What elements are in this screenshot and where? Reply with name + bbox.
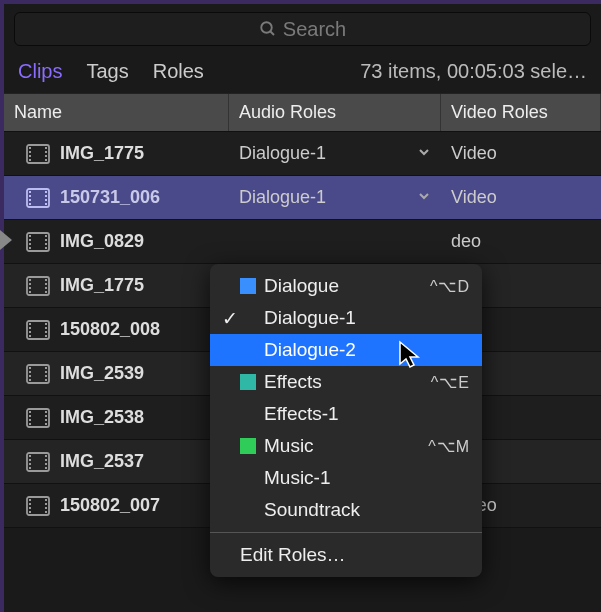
dropdown-item-label: Effects-1	[264, 403, 470, 425]
svg-rect-70	[45, 455, 47, 457]
audio-role-cell[interactable]: Dialogue-1	[229, 176, 441, 219]
clip-icon	[26, 451, 50, 473]
svg-rect-37	[45, 291, 47, 293]
svg-rect-5	[29, 155, 31, 157]
audio-role-value: Dialogue-1	[239, 143, 326, 164]
audio-role-value: Dialogue-1	[239, 187, 326, 208]
svg-rect-8	[45, 151, 47, 153]
dropdown-item-label: Dialogue-2	[264, 339, 470, 361]
svg-rect-61	[45, 411, 47, 413]
video-role-value: Video	[451, 143, 497, 164]
column-header-video-roles[interactable]: Video Roles	[441, 94, 601, 131]
clip-name: IMG_2539	[60, 363, 144, 384]
svg-rect-76	[29, 503, 31, 505]
dropdown-item-label: Dialogue-1	[264, 307, 470, 329]
svg-rect-13	[29, 195, 31, 197]
edit-roles-item[interactable]: Edit Roles…	[210, 539, 482, 571]
video-role-cell[interactable]: Video	[441, 132, 601, 175]
audio-role-cell[interactable]	[229, 220, 441, 263]
clip-icon	[26, 231, 50, 253]
tab-clips[interactable]: Clips	[18, 60, 62, 83]
svg-rect-72	[45, 463, 47, 465]
dropdown-item[interactable]: Dialogue-2	[210, 334, 482, 366]
svg-rect-14	[29, 199, 31, 201]
video-role-cell[interactable]: Video	[441, 176, 601, 219]
chevron-down-icon	[417, 145, 431, 159]
svg-rect-27	[45, 243, 47, 245]
dropdown-item-label: Soundtrack	[264, 499, 470, 521]
svg-rect-9	[45, 155, 47, 157]
playhead-marker	[2, 230, 12, 250]
svg-rect-73	[45, 467, 47, 469]
svg-rect-6	[29, 159, 31, 161]
dropdown-item[interactable]: Effects^⌥E	[210, 366, 482, 398]
svg-rect-32	[29, 287, 31, 289]
table-row[interactable]: IMG_1775Dialogue-1Video	[4, 132, 601, 176]
clip-name: 150731_006	[60, 187, 160, 208]
clip-name: IMG_2538	[60, 407, 144, 428]
svg-rect-60	[29, 423, 31, 425]
svg-rect-69	[29, 467, 31, 469]
tab-roles[interactable]: Roles	[153, 60, 204, 83]
audio-role-cell[interactable]: Dialogue-1	[229, 132, 441, 175]
search-field[interactable]: Search	[14, 12, 591, 46]
clip-icon	[26, 495, 50, 517]
selection-status: 73 items, 00:05:03 sele…	[360, 60, 587, 83]
clip-icon	[26, 275, 50, 297]
clip-name: 150802_008	[60, 319, 160, 340]
video-role-value: Video	[451, 187, 497, 208]
clip-icon	[26, 407, 50, 429]
clip-icon	[26, 143, 50, 165]
clip-name: IMG_0829	[60, 231, 144, 252]
clip-icon	[26, 187, 50, 209]
role-color-swatch	[240, 438, 256, 454]
svg-rect-58	[29, 415, 31, 417]
svg-rect-23	[29, 243, 31, 245]
svg-rect-26	[45, 239, 47, 241]
svg-rect-66	[29, 455, 31, 457]
svg-rect-81	[45, 507, 47, 509]
table-row[interactable]: IMG_0829deo	[4, 220, 601, 264]
svg-rect-30	[29, 279, 31, 281]
video-role-cell[interactable]: deo	[441, 220, 601, 263]
dropdown-item[interactable]: Soundtrack	[210, 494, 482, 526]
tab-tags[interactable]: Tags	[86, 60, 128, 83]
svg-line-1	[270, 31, 274, 35]
svg-rect-49	[29, 371, 31, 373]
svg-rect-57	[29, 411, 31, 413]
tabs-row: Clips Tags Roles 73 items, 00:05:03 sele…	[4, 52, 601, 93]
svg-rect-16	[45, 191, 47, 193]
svg-rect-71	[45, 459, 47, 461]
svg-rect-39	[29, 323, 31, 325]
keyboard-shortcut: ^⌥D	[430, 277, 470, 296]
svg-rect-42	[29, 335, 31, 337]
table-row[interactable]: 150731_006Dialogue-1Video	[4, 176, 601, 220]
clip-name: IMG_1775	[60, 275, 144, 296]
chevron-down-icon	[417, 189, 431, 203]
column-header-audio-roles[interactable]: Audio Roles	[229, 94, 441, 131]
svg-rect-62	[45, 415, 47, 417]
column-headers: Name Audio Roles Video Roles	[4, 93, 601, 132]
svg-rect-54	[45, 375, 47, 377]
audio-roles-dropdown[interactable]: Dialogue^⌥D✓Dialogue-1Dialogue-2Effects^…	[210, 264, 482, 577]
svg-rect-67	[29, 459, 31, 461]
dropdown-item[interactable]: Music-1	[210, 462, 482, 494]
dropdown-item[interactable]: Dialogue^⌥D	[210, 270, 482, 302]
column-header-name[interactable]: Name	[4, 94, 229, 131]
dropdown-item-label: Effects	[264, 371, 431, 393]
svg-rect-78	[29, 511, 31, 513]
dropdown-separator	[210, 532, 482, 533]
dropdown-item[interactable]: Effects-1	[210, 398, 482, 430]
svg-rect-35	[45, 283, 47, 285]
svg-rect-64	[45, 423, 47, 425]
svg-rect-80	[45, 503, 47, 505]
dropdown-item[interactable]: ✓Dialogue-1	[210, 302, 482, 334]
checkmark-icon: ✓	[220, 307, 240, 330]
svg-rect-10	[45, 159, 47, 161]
svg-rect-82	[45, 511, 47, 513]
svg-rect-48	[29, 367, 31, 369]
svg-rect-36	[45, 287, 47, 289]
dropdown-item[interactable]: Music^⌥M	[210, 430, 482, 462]
clip-icon	[26, 363, 50, 385]
svg-rect-12	[29, 191, 31, 193]
